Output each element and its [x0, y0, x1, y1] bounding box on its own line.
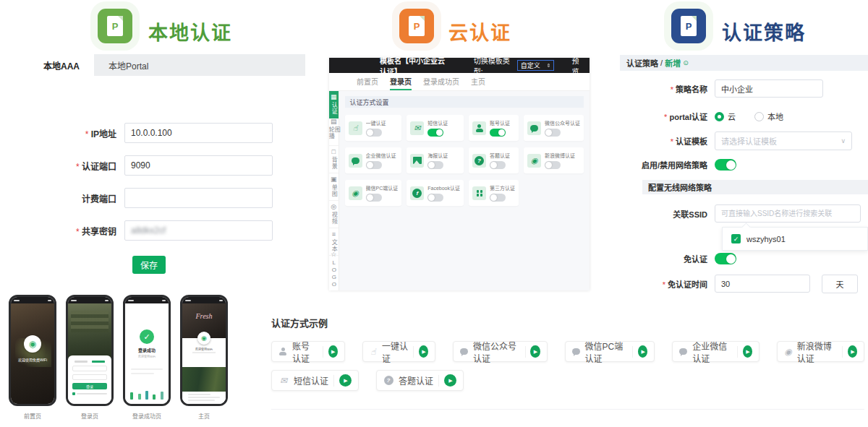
store-photo	[11, 303, 54, 404]
phone-previews: ◉ 欢迎使用免费WiFi 登录	[9, 295, 228, 406]
time-unit-box[interactable]: 天	[822, 275, 858, 293]
checkbox-checked-icon[interactable]: ✓	[731, 234, 741, 243]
facebook-toggle[interactable]	[427, 194, 443, 202]
play-icon[interactable]: ▶	[743, 345, 752, 358]
status-bar	[11, 297, 54, 303]
wecom-toggle[interactable]	[366, 161, 382, 169]
tab-local-aaa[interactable]: 本地AAA	[29, 54, 94, 76]
one-click-toggle[interactable]	[366, 129, 382, 137]
play-icon[interactable]: ▶	[530, 345, 540, 358]
star-icon: ☆	[331, 251, 336, 258]
tab-login-success-page[interactable]: 登录成功页	[423, 73, 459, 90]
auth-template-select[interactable]: 请选择认证模板 ∨	[715, 131, 852, 150]
preview-button[interactable]: 预览	[571, 55, 584, 77]
poster-toggle[interactable]	[427, 161, 443, 169]
sms-icon: ✉	[410, 121, 424, 135]
third-party-toggle[interactable]	[490, 194, 506, 202]
example-wechat-official-auth[interactable]: 微信公众号认证 ▶	[453, 341, 548, 362]
poster-icon	[410, 154, 424, 168]
editor-content: 认证方式设置 ☝ 一键认证 ✉ 短信认证 账号认证	[339, 91, 590, 290]
radio-local[interactable]	[754, 112, 764, 121]
example-account-auth[interactable]: 账号认证 ▶	[271, 341, 345, 362]
ip-input[interactable]	[124, 123, 273, 143]
wifi-logo: ◉	[197, 332, 210, 345]
phone-home-page: Fresh ◉ 欢迎使用WiFi	[180, 295, 228, 406]
enable-policy-toggle[interactable]	[715, 159, 736, 171]
play-icon[interactable]: ▶	[444, 374, 456, 387]
example-wecom-auth[interactable]: 企业微信认证 ▶	[672, 341, 760, 362]
method-card-account: 账号认证	[469, 115, 519, 141]
play-icon[interactable]: ▶	[638, 345, 647, 358]
pin-icon: ⊙	[683, 59, 689, 66]
tab-local-portal[interactable]: 本地Portal	[94, 54, 163, 76]
wechat-official-toggle[interactable]	[545, 129, 561, 137]
free-auth-toggle[interactable]	[715, 253, 736, 264]
examples-title: 认证方式示例	[271, 316, 864, 329]
method-card-wechat-official: 微信公众号认证	[524, 115, 584, 141]
sidebar-item-background[interactable]: □ 背景	[329, 146, 339, 173]
aisle-photo	[182, 367, 226, 392]
free-auth-time-row: 免认证时间	[619, 275, 810, 293]
breadcrumb-root[interactable]: 认证策略	[626, 57, 658, 69]
sms-toggle[interactable]	[427, 129, 443, 137]
play-icon[interactable]: ▶	[848, 345, 857, 358]
method-card-wechat-pc: ◉ 微信PC端认证	[345, 180, 402, 206]
save-button[interactable]: 保存	[132, 256, 166, 274]
sidebar-item-video[interactable]: ◎ 视频	[329, 201, 339, 228]
account-icon	[472, 121, 486, 135]
sidebar-item-logo[interactable]: ☆ LOGO	[329, 256, 339, 283]
enable-policy-row: 启用/禁用网络策略	[619, 159, 736, 171]
billing-port-label: 计费端口	[29, 192, 124, 204]
field-row-ip: IP地址	[29, 123, 273, 143]
method-card-wecom: 企业微信认证	[345, 147, 402, 173]
billing-port-input[interactable]	[124, 188, 273, 208]
wecom-icon	[349, 154, 362, 168]
sidebar-item-carousel[interactable]: ▤ 轮播图	[329, 118, 339, 146]
free-auth-time-input[interactable]	[715, 275, 810, 293]
text-icon: ≡	[332, 231, 336, 238]
ssid-option-label[interactable]: wszyhys01	[746, 235, 786, 243]
weibo-toggle[interactable]	[545, 161, 561, 169]
play-icon[interactable]: ▶	[328, 345, 338, 358]
quiz-toggle[interactable]	[490, 161, 506, 169]
auth-port-input[interactable]	[124, 155, 273, 176]
account-toggle[interactable]	[490, 129, 506, 137]
ssid-search-input[interactable]	[715, 204, 861, 223]
sidebar-item-single-image[interactable]: ▣ 单图	[329, 173, 339, 201]
ssid-label: 关联SSID	[619, 208, 715, 220]
image-icon: ▣	[331, 176, 337, 183]
document-icon: P	[107, 16, 123, 36]
method-card-sms: ✉ 短信认证	[407, 115, 464, 141]
radio-cloud[interactable]	[715, 112, 724, 121]
welcome-band: ◉ 欢迎使用WiFi	[182, 338, 226, 367]
ip-label: IP地址	[29, 127, 124, 139]
method-card-quiz: ? 答题认证	[469, 147, 519, 173]
portal-auth-row: portal认证 云 本地	[619, 111, 802, 122]
status-bar	[125, 297, 169, 303]
example-sms-auth[interactable]: ✉ 短信认证 ▶	[271, 370, 359, 391]
policy-title: 认证策略	[722, 17, 806, 46]
template-editor: 模板名【中小企业云认证】 切换模板类型: 自定义 ⇕ 预览 前置页 登录页 登录…	[329, 58, 590, 290]
ssid-dropdown: ✓ wszyhys01	[722, 227, 868, 251]
tab-front-page[interactable]: 前置页	[357, 73, 378, 90]
shared-key-input[interactable]: a8dkx2cf	[124, 220, 273, 241]
policy-name-input[interactable]	[715, 79, 823, 98]
free-auth-time-label: 免认证时间	[619, 278, 715, 290]
example-one-click-auth[interactable]: ☝ 一键认证 ▶	[362, 341, 436, 362]
wechat-pc-toggle[interactable]	[366, 194, 382, 202]
example-wechat-pc-auth[interactable]: 微信PC端认证 ▶	[565, 341, 655, 362]
example-weibo-auth[interactable]: ◉ 新浪微博认证 ▶	[777, 341, 864, 362]
play-icon[interactable]: ▶	[419, 345, 428, 358]
success-title: 登录成功	[125, 347, 169, 353]
example-quiz-auth[interactable]: ? 答题认证 ▶	[376, 370, 464, 391]
play-icon[interactable]: ▶	[339, 374, 352, 387]
tab-home-page[interactable]: 主页	[471, 73, 485, 90]
tab-login-page[interactable]: 登录页	[390, 73, 412, 90]
shopping-illustration	[128, 384, 166, 400]
login-button: 登录	[72, 383, 107, 389]
success-subtitle: 欢迎使用WiFi	[125, 354, 169, 358]
template-type-select[interactable]: 自定义 ⇕	[517, 60, 555, 71]
grid-icon: ▦	[331, 94, 337, 100]
video-icon: ◎	[331, 204, 336, 210]
sidebar-item-auth[interactable]: ▦ 认证	[329, 91, 339, 118]
